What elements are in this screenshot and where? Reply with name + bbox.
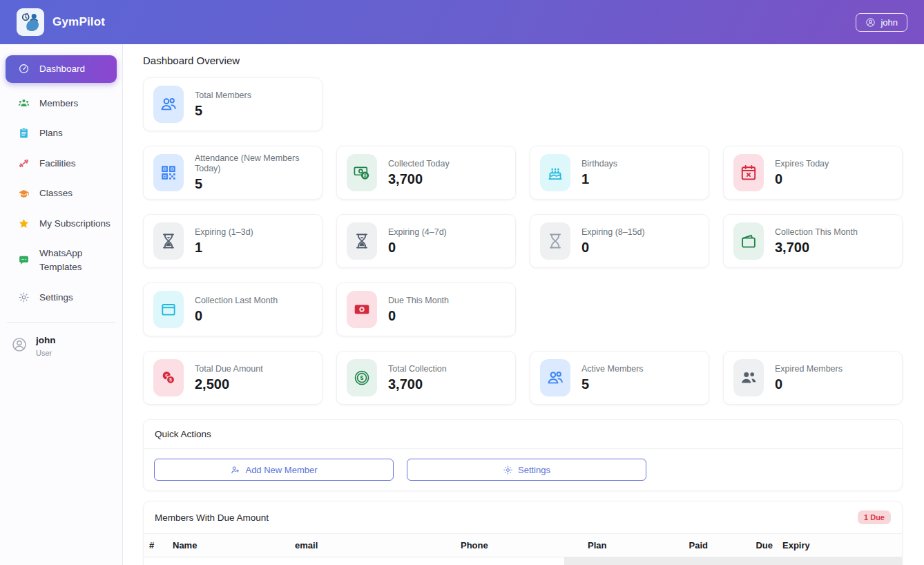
stat-card-value: 1 [581,171,617,187]
stat-card-birthdays: Birthdays1 [530,146,709,200]
sidebar-item-members[interactable]: Members [6,90,117,117]
sidebar-user-block[interactable]: john User [0,331,122,361]
stat-card-label: Collection Last Month [195,296,278,306]
stat-card-icon-tile: $ [347,359,377,396]
stat-card-value: 0 [388,240,447,256]
column-header-name: Name [167,534,289,557]
sidebar-item-settings[interactable]: Settings [6,284,117,312]
stat-card-icon-tile [153,222,184,260]
stat-card-row: Total Members5 [143,77,910,131]
sidebar-item-label: Classes [39,186,113,200]
stat-card-icon-tile [733,222,764,260]
app-logo [17,8,44,36]
stat-card-active-members: Active Members5 [530,351,709,405]
main-content: Dashboard Overview Total Members5Attenda… [124,0,924,565]
sidebar-item-classes[interactable]: Classes [6,180,117,207]
stat-card-total-members: Total Members5 [143,77,323,131]
stat-card-icon-tile [733,154,764,191]
stat-card-label: Due This Month [388,296,449,306]
stat-card-total-collection: $Total Collection3,700 [336,351,516,405]
column-header-plan: Plan [564,534,661,557]
person-circle-icon [11,336,28,353]
stat-card-icon-tile [347,291,377,328]
stat-card-expiring-4-7d: Expiring (4–7d)0 [336,214,516,268]
stat-card-value: 3,700 [775,240,858,256]
sidebar-item-my-subscriptions[interactable]: My Subscriptions [6,210,117,238]
stat-card-label: Expires Today [775,159,829,169]
gympilot-logo-icon [19,11,41,33]
due-members-header: Members With Due Amount 1 Due [144,501,902,534]
quick-actions-header: Quick Actions [144,420,902,449]
sidebar-item-dashboard[interactable]: Dashboard [6,55,117,83]
column-header-: # [144,534,167,557]
button-label: Add New Member [245,465,317,475]
stat-card-label: Expired Members [775,364,843,374]
stat-card-label: Total Collection [388,364,447,374]
settings-icon [18,291,30,303]
page-title: Dashboard Overview [143,55,910,66]
wallet-icon [740,232,758,250]
stat-card-expiring-1-3d: Expiring (1–3d)1 [143,214,323,268]
stat-card-value: 3,700 [388,376,447,392]
sidebar-nav: DashboardMembersPlansFacilitiesClassesMy… [0,55,122,311]
user-menu-label: john [880,17,898,28]
stat-card-value: 0 [195,308,278,324]
stat-card-row: Expiring (1–3d)1Expiring (4–7d)0Expiring… [143,214,910,268]
person-circle-icon [865,17,876,28]
column-header-phone: Phone [455,534,564,557]
sidebar-item-plans[interactable]: Plans [6,119,117,147]
quick-actions-title: Quick Actions [155,429,211,439]
coins-icon: ¢$ [160,369,177,387]
user-menu-button[interactable]: john [856,13,907,32]
stat-card-value: 3,700 [388,171,450,187]
table-row: 1amit kumaramit@gmail.com2586726662—2,50… [144,557,902,565]
sidebar-item-label: Dashboard [39,62,113,76]
stat-card-row: ¢$Total Due Amount2,500$Total Collection… [143,351,910,405]
stat-card-icon-tile [540,222,570,260]
due-members-title: Members With Due Amount [155,513,269,523]
stat-card-label: Active Members [581,364,644,374]
users-icon [546,369,564,387]
stat-card-value: 0 [581,240,645,256]
sidebar-item-label: Members [39,97,113,111]
due-members-panel: Members With Due Amount 1 Due #Nameemail… [143,501,903,565]
sidebar-item-whatsapp-templates[interactable]: WhatsApp Templates [6,240,117,280]
hourglass-icon [160,232,177,250]
hourglass-icon [353,232,371,250]
sidebar-item-facilities[interactable]: Facilities [6,150,117,178]
add-new-member-button[interactable]: Add New Member [154,459,394,481]
cell-num: 1 [144,557,167,565]
users-icon [160,95,177,113]
stat-card-expired-members: Expired Members0 [723,351,903,405]
cell-paid: 2,500 [661,557,716,565]
window-icon [160,300,177,318]
sidebar-item-label: My Subscriptions [39,217,113,231]
column-header-due: Due [716,534,777,557]
sidebar-user-name: john [36,335,56,345]
stat-card-icon-tile [153,154,184,191]
quick-actions-panel: Quick Actions Add New MemberSettings [143,419,903,491]
sidebar-item-label: WhatsApp Templates [39,247,113,274]
stat-card-icon-tile [153,291,184,328]
stat-card-label: Expiring (4–7d) [388,227,447,238]
svg-text:$: $ [169,377,172,383]
stat-card-expires-today: Expires Today0 [723,146,903,200]
stat-card-icon-tile [733,359,764,396]
stat-card-collected-today: $Collected Today3,700 [336,146,516,200]
coin-dollar-icon: $ [353,369,371,387]
settings-button[interactable]: Settings [407,459,646,481]
classes-icon [18,188,30,200]
brand-title: GymPilot [52,15,105,29]
button-label: Settings [518,465,550,475]
plans-icon [18,127,30,139]
stat-grid: Total Members5Attendance (New Members To… [143,77,910,405]
stat-card-icon-tile [153,86,184,123]
stat-card-icon-tile: ¢$ [153,359,184,396]
stat-card-value: 0 [775,376,843,392]
stat-card-icon-tile [347,222,377,260]
stat-card-label: Expiring (8–15d) [581,227,645,238]
due-count-badge: 1 Due [858,510,891,524]
stat-card-due-this-month: Due This Month0 [336,282,516,336]
stat-card-attendance-new-members-today: Attendance (New Members Today)5 [143,146,323,200]
stat-card-label: Total Members [195,90,251,101]
